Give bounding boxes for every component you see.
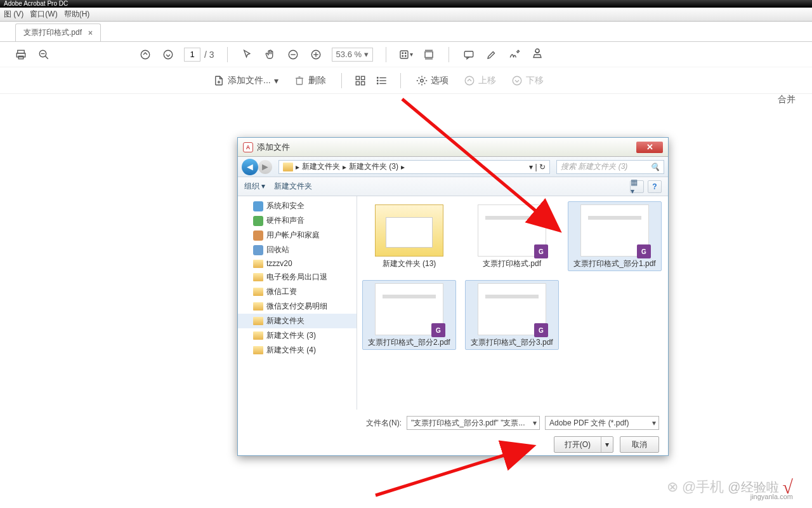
tree-item[interactable]: 微信工资 bbox=[238, 284, 357, 299]
comment-icon[interactable] bbox=[462, 48, 476, 62]
tree-item[interactable]: 微信支付交易明细 bbox=[238, 299, 357, 314]
svg-rect-13 bbox=[400, 51, 408, 58]
main-toolbar: / 3 53.6 % ▾ ▾ bbox=[0, 42, 812, 67]
tree-label: 新建文件夹 (3) bbox=[266, 330, 316, 341]
svg-rect-29 bbox=[361, 76, 364, 79]
tree-item[interactable]: 系统和安全 bbox=[238, 199, 357, 213]
file-item[interactable]: 新建文件夹 (13) bbox=[362, 201, 456, 271]
add-file-button[interactable]: 添加文件... ▾ bbox=[209, 72, 282, 89]
tool-row: 组织 ▾ 新建文件夹 ▦ ▾ ? bbox=[238, 177, 668, 196]
file-name: 支票打印格式_部分3.pdf bbox=[471, 338, 553, 347]
combine-toolbar: 添加文件... ▾ 删除 选项 上移 下移 bbox=[0, 67, 812, 94]
file-item[interactable]: G支票打印格式_部分1.pdf bbox=[568, 201, 662, 271]
thumbnail-view-icon[interactable] bbox=[353, 74, 367, 88]
folder-icon bbox=[253, 260, 263, 268]
merge-button[interactable]: 合并 bbox=[778, 94, 796, 105]
open-button[interactable]: 打开(O) ▾ bbox=[554, 436, 613, 453]
document-tab[interactable]: 支票打印格式.pdf × bbox=[15, 23, 101, 41]
add-file-label: 添加文件... bbox=[228, 75, 271, 86]
select-tool-icon[interactable] bbox=[240, 48, 254, 62]
print-icon[interactable] bbox=[14, 48, 28, 62]
svg-point-37 bbox=[377, 83, 378, 84]
delete-label: 删除 bbox=[308, 75, 326, 86]
tree-label: 新建文件夹 bbox=[266, 316, 304, 326]
nav-forward-button[interactable]: ► bbox=[258, 160, 272, 174]
nav-back-button[interactable]: ◄ bbox=[242, 159, 258, 175]
search-icon: 🔍 bbox=[650, 163, 660, 171]
tree-label: 微信工资 bbox=[266, 286, 297, 297]
options-button[interactable]: 选项 bbox=[412, 72, 452, 89]
page-input[interactable] bbox=[184, 48, 200, 62]
svg-rect-28 bbox=[356, 76, 359, 79]
zoom-out-icon[interactable] bbox=[37, 48, 51, 62]
tree-item[interactable]: 新建文件夹 bbox=[238, 314, 357, 328]
folder-icon bbox=[253, 346, 263, 354]
highlight-icon[interactable] bbox=[485, 48, 499, 62]
tree-label: 系统和安全 bbox=[266, 201, 304, 211]
tree-item[interactable]: 电子税务局出口退 bbox=[238, 270, 357, 284]
open-label: 打开(O) bbox=[554, 437, 601, 452]
hand-tool-icon[interactable] bbox=[263, 48, 277, 62]
fit-page-icon[interactable] bbox=[422, 48, 436, 62]
close-button[interactable]: ✕ bbox=[636, 142, 663, 153]
file-item[interactable]: G支票打印格式_部分2.pdf bbox=[362, 280, 456, 350]
user-icon bbox=[253, 231, 263, 241]
zoom-minus-icon[interactable] bbox=[286, 48, 300, 62]
zoom-selector[interactable]: 53.6 % ▾ bbox=[332, 48, 373, 62]
view-mode-button[interactable]: ▦ ▾ bbox=[630, 180, 644, 193]
tree-item[interactable]: 回收站 bbox=[238, 243, 357, 257]
move-up-button[interactable]: 上移 bbox=[460, 72, 500, 89]
pdf-badge-icon: G bbox=[637, 244, 651, 258]
page-down-icon[interactable] bbox=[161, 48, 175, 62]
app-title-bar: Adobe Acrobat Pro DC bbox=[0, 0, 812, 8]
filename-input[interactable]: "支票打印格式_部分3.pdf" "支票... bbox=[407, 416, 540, 430]
filter-value: Adobe PDF 文件 (*.pdf) bbox=[549, 418, 629, 429]
crumb-1: 新建文件夹 bbox=[302, 161, 340, 172]
cancel-button[interactable]: 取消 bbox=[620, 436, 659, 453]
list-view-icon[interactable] bbox=[375, 74, 389, 88]
menu-help[interactable]: 帮助(H) bbox=[64, 9, 90, 20]
pdf-badge-icon: G bbox=[534, 244, 548, 258]
svg-point-38 bbox=[420, 79, 423, 82]
search-input[interactable]: 搜索 新建文件夹 (3) 🔍 bbox=[556, 160, 664, 174]
svg-rect-31 bbox=[361, 81, 364, 84]
new-folder-button[interactable]: 新建文件夹 bbox=[274, 181, 312, 192]
svg-point-22 bbox=[535, 49, 539, 53]
folder-icon bbox=[253, 331, 263, 340]
menu-view[interactable]: 图 (V) bbox=[4, 9, 23, 20]
file-item[interactable]: G支票打印格式_部分3.pdf bbox=[465, 280, 559, 350]
move-down-button[interactable]: 下移 bbox=[508, 72, 547, 89]
svg-point-14 bbox=[402, 53, 403, 54]
delete-button[interactable]: 删除 bbox=[290, 72, 330, 89]
open-dropdown[interactable]: ▾ bbox=[601, 437, 613, 452]
stamp-icon[interactable] bbox=[530, 48, 544, 62]
dialog-title-bar: A 添加文件 ✕ bbox=[238, 138, 668, 157]
close-tab-icon[interactable]: × bbox=[88, 29, 93, 37]
svg-rect-21 bbox=[464, 51, 473, 57]
tree-item[interactable]: 用户帐户和家庭 bbox=[238, 228, 357, 243]
tree-item[interactable]: 新建文件夹 (3) bbox=[238, 328, 357, 343]
page-total: / 3 bbox=[204, 50, 214, 60]
tree-item[interactable]: 新建文件夹 (4) bbox=[238, 343, 357, 358]
svg-rect-25 bbox=[296, 78, 302, 84]
menu-window[interactable]: 窗口(W) bbox=[30, 9, 57, 20]
tree-label: 用户帐户和家庭 bbox=[266, 230, 320, 241]
svg-point-35 bbox=[377, 77, 378, 78]
tree-item[interactable]: tzzzv20 bbox=[238, 257, 357, 270]
organize-button[interactable]: 组织 ▾ bbox=[244, 181, 265, 192]
help-button[interactable]: ? bbox=[648, 180, 662, 193]
file-item[interactable]: G支票打印格式.pdf bbox=[465, 201, 559, 271]
sign-icon[interactable] bbox=[508, 48, 521, 62]
bin-icon bbox=[253, 245, 263, 255]
breadcrumb[interactable]: ▸新建文件夹 ▸新建文件夹 (3) ▸ ▾ | ↻ bbox=[278, 160, 550, 174]
page-up-icon[interactable] bbox=[138, 48, 152, 62]
tree-item[interactable]: 硬件和声音 bbox=[238, 213, 357, 228]
svg-rect-2 bbox=[18, 56, 23, 59]
svg-rect-18 bbox=[425, 51, 433, 57]
page-indicator: / 3 bbox=[184, 48, 214, 62]
file-name: 支票打印格式_部分1.pdf bbox=[573, 259, 655, 268]
filename-label: 文件名(N): bbox=[366, 418, 402, 429]
file-type-filter[interactable]: Adobe PDF 文件 (*.pdf) bbox=[545, 416, 659, 430]
fit-width-icon[interactable]: ▾ bbox=[399, 48, 413, 62]
zoom-plus-icon[interactable] bbox=[309, 48, 323, 62]
